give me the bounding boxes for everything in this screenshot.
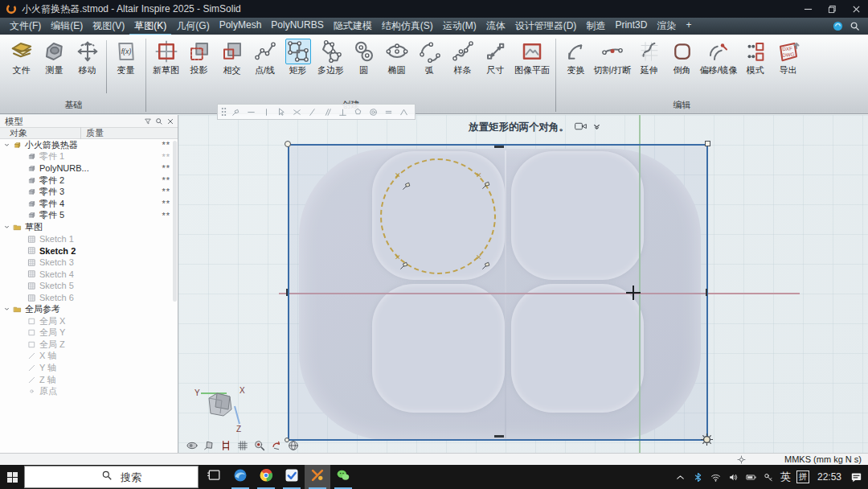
search-icon[interactable] bbox=[155, 117, 163, 125]
ribbon-tool-circle[interactable]: 圆 bbox=[347, 35, 380, 75]
tree-row[interactable]: X 轴 bbox=[0, 351, 178, 363]
menu-item[interactable]: 草图(K) bbox=[129, 18, 171, 35]
ribbon-tool-image-plane[interactable]: 图像平面 bbox=[512, 35, 552, 75]
ribbon-tool-pattern[interactable]: 模式 bbox=[739, 35, 772, 75]
ribbon-tool-measure[interactable]: 测量 bbox=[38, 35, 71, 75]
battery-icon[interactable] bbox=[745, 471, 757, 483]
symmetric-icon[interactable] bbox=[398, 107, 410, 117]
menu-item[interactable]: 制造 bbox=[581, 18, 610, 35]
tree-row[interactable]: Sketch 2 bbox=[0, 244, 178, 257]
ribbon-tool-move[interactable]: 移动 bbox=[71, 35, 104, 75]
taskbar-app-inspire[interactable] bbox=[305, 465, 330, 489]
vertex-marker[interactable] bbox=[705, 141, 710, 146]
ribbon-tool-extend[interactable]: 延伸 bbox=[633, 35, 665, 75]
menu-item[interactable]: 运动(M) bbox=[438, 18, 481, 35]
tree-row[interactable]: 全局 Z bbox=[0, 339, 178, 351]
ribbon-tool-offset-mirror[interactable]: 偏移/镜像 bbox=[698, 35, 739, 75]
constraint-pin-icon[interactable] bbox=[481, 179, 492, 193]
taskbar-app-edge[interactable] bbox=[227, 465, 253, 489]
ribbon-tool-polygon[interactable]: 多边形 bbox=[314, 35, 347, 75]
vertical-icon[interactable] bbox=[260, 107, 272, 117]
taskbar-app-check-app[interactable] bbox=[279, 465, 305, 489]
units-label[interactable]: MMKS (mm kg N s) bbox=[784, 454, 862, 464]
tree-row[interactable]: 全局 X bbox=[0, 315, 178, 327]
tray-expand-icon[interactable] bbox=[674, 471, 686, 483]
ribbon-tool-variables[interactable]: f(x)变量 bbox=[109, 35, 142, 75]
tree-row[interactable]: 零件 1** bbox=[0, 151, 178, 163]
menu-item[interactable]: PolyNURBS bbox=[266, 18, 328, 35]
tree-row[interactable]: 零件 4** bbox=[0, 198, 178, 210]
ribbon-tool-export[interactable]: DXFDWG导出 bbox=[772, 35, 805, 75]
ime-mode-badge[interactable]: 拼 bbox=[796, 471, 809, 483]
grid-icon[interactable] bbox=[235, 439, 250, 452]
maximize-button[interactable] bbox=[820, 0, 844, 18]
tree-row[interactable]: PolyNURB...** bbox=[0, 162, 178, 175]
ribbon-tool-transform[interactable]: 变换 bbox=[559, 35, 592, 75]
ribbon-tool-spline[interactable]: 样条 bbox=[446, 35, 479, 75]
vertex-marker[interactable] bbox=[285, 141, 291, 147]
crossed-arrows-icon[interactable] bbox=[291, 107, 303, 117]
constraint-pin-icon[interactable] bbox=[402, 179, 412, 194]
ribbon-tool-rectangle[interactable]: 矩形 bbox=[281, 35, 314, 75]
tree-row[interactable]: Sketch 3 bbox=[0, 257, 178, 269]
ribbon-tool-dimension[interactable]: 尺寸 bbox=[479, 35, 512, 75]
taskbar-app-wechat[interactable] bbox=[330, 465, 356, 489]
tree-row[interactable]: Z 轴 bbox=[0, 374, 178, 386]
tree-row[interactable]: 全局参考 bbox=[0, 303, 178, 315]
perpendicular-icon[interactable] bbox=[337, 107, 349, 117]
rotate-icon[interactable] bbox=[269, 439, 284, 452]
chevron-down-icon[interactable] bbox=[592, 120, 601, 134]
ribbon-tool-point-line[interactable]: 点/线 bbox=[248, 35, 281, 75]
menu-item[interactable]: 编辑(E) bbox=[46, 18, 88, 35]
constraint-pin-icon[interactable] bbox=[399, 259, 410, 273]
zoom-icon[interactable] bbox=[252, 439, 267, 452]
tree-row[interactable]: 原点 bbox=[0, 385, 178, 397]
ribbon-tool-fillet[interactable]: 倒角 bbox=[665, 35, 698, 75]
panel-scrollbar[interactable] bbox=[173, 141, 177, 302]
search-input[interactable] bbox=[119, 471, 183, 484]
tree-row[interactable]: Y 轴 bbox=[0, 362, 178, 374]
menu-item[interactable]: 文件(F) bbox=[5, 18, 46, 35]
tree-row[interactable]: 零件 3** bbox=[0, 186, 178, 198]
key-icon[interactable] bbox=[763, 471, 775, 483]
tree-row[interactable]: 全局 Y bbox=[0, 327, 178, 339]
ribbon-tool-project[interactable]: 投影 bbox=[182, 35, 215, 75]
pin-icon[interactable] bbox=[230, 107, 242, 117]
tree-row[interactable]: 草图 bbox=[0, 221, 178, 233]
ribbon-tool-intersect[interactable]: 相交 bbox=[215, 35, 248, 75]
volume-icon[interactable] bbox=[727, 471, 739, 483]
menu-item[interactable]: 结构仿真(S) bbox=[377, 18, 438, 35]
ribbon-tool-cut-break[interactable]: 切割/打断 bbox=[592, 35, 633, 75]
ribbon-tool-sketch-new[interactable]: 新草图 bbox=[149, 35, 182, 75]
globe-icon[interactable] bbox=[286, 439, 301, 452]
bluetooth-icon[interactable] bbox=[692, 471, 704, 483]
notification-icon[interactable] bbox=[850, 471, 863, 484]
constraint-pin-icon[interactable] bbox=[481, 259, 492, 273]
modeling-canvas[interactable]: ✕ ✕ ✕ ✕ 放置矩形的两个对角。 bbox=[178, 115, 868, 453]
tree-row[interactable]: 零件 5** bbox=[0, 210, 178, 222]
horizontal-icon[interactable] bbox=[245, 107, 257, 117]
tree-row[interactable]: 零件 2** bbox=[0, 175, 178, 187]
ribbon-tool-ellipse[interactable]: 椭圆 bbox=[380, 35, 413, 75]
camera-icon[interactable] bbox=[575, 120, 587, 134]
filter-icon[interactable] bbox=[144, 117, 152, 125]
minimize-button[interactable] bbox=[796, 0, 820, 18]
orientation-triad[interactable]: Y X Z bbox=[190, 384, 251, 438]
expander-icon[interactable] bbox=[2, 306, 11, 313]
close-icon[interactable] bbox=[166, 117, 174, 125]
taskbar-app-chrome[interactable] bbox=[253, 465, 279, 489]
parallel-icon[interactable] bbox=[321, 107, 334, 117]
tree-row[interactable]: Sketch 6 bbox=[0, 292, 178, 304]
cursor-icon[interactable] bbox=[276, 107, 288, 117]
ribbon-tool-arc[interactable]: 弧 bbox=[413, 35, 446, 75]
sketch-constraint-toolbar[interactable] bbox=[217, 104, 416, 120]
clock[interactable]: 22:53 bbox=[817, 471, 841, 483]
section-icon[interactable] bbox=[219, 439, 233, 452]
expander-icon[interactable] bbox=[2, 142, 11, 149]
ribbon-tool-file[interactable]: 文件 bbox=[5, 35, 38, 75]
menu-item[interactable]: 视图(V) bbox=[88, 18, 129, 35]
tree-row[interactable]: 小火箭换热器** bbox=[0, 139, 178, 151]
menu-item[interactable]: 设计管理器(D) bbox=[510, 18, 582, 35]
equal-icon[interactable] bbox=[383, 107, 395, 117]
tree-row[interactable]: Sketch 5 bbox=[0, 280, 178, 292]
